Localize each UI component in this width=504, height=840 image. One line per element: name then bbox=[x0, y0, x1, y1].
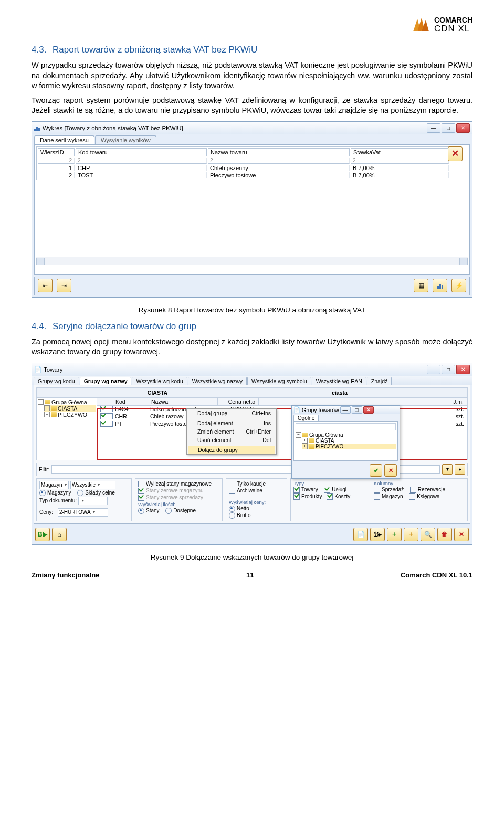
chk-produkty[interactable] bbox=[293, 494, 300, 500]
context-menu: Dodaj grupęCtrl+Ins Dodaj elementIns Zmi… bbox=[186, 408, 277, 455]
menu-dodaj-grupe[interactable]: Dodaj grupęCtrl+Ins bbox=[187, 409, 276, 417]
minimize-button[interactable]: — bbox=[427, 123, 440, 133]
tab-wysylanie[interactable]: Wysyłanie wyników bbox=[95, 135, 156, 144]
logo-product: CDN XL bbox=[434, 24, 472, 34]
radio-dostepne[interactable] bbox=[165, 508, 172, 514]
chk-koszty[interactable] bbox=[327, 494, 333, 500]
tab-wsz-kod[interactable]: Wszystkie wg kodu bbox=[132, 377, 187, 385]
close-button[interactable]: ✕ bbox=[456, 365, 470, 374]
heading-4-4: 4.4.Seryjne dołączanie towarów do grup bbox=[32, 321, 472, 332]
table-row[interactable]: 1 CHP Chleb pszenny B 7,00% bbox=[38, 165, 449, 171]
tab-wsz-ean[interactable]: Wszystkie wg EAN bbox=[312, 377, 366, 385]
logo-brand: COMARCH bbox=[434, 16, 472, 24]
menu-usun-element[interactable]: Usuń elementDel bbox=[187, 436, 276, 444]
group-tree[interactable]: −Grupa Główna +CIASTA +PIECZYWO bbox=[37, 398, 97, 460]
tab-wsz-symbol[interactable]: Wszystkie wg symbolu bbox=[247, 377, 311, 385]
last-page-button[interactable]: ⇥ bbox=[57, 279, 71, 292]
tab-grupy-kod[interactable]: Grupy wg kodu bbox=[34, 377, 79, 385]
radio-sklady[interactable] bbox=[77, 490, 83, 496]
filter-apply-button[interactable]: ▸ bbox=[455, 464, 465, 475]
col-jm[interactable]: J.m. bbox=[259, 398, 467, 405]
filter-builder-button[interactable]: ▾ bbox=[442, 464, 453, 475]
magazyn-value[interactable]: Wszystkie bbox=[70, 481, 116, 489]
tab-znajdz[interactable]: Znajdź bbox=[367, 377, 392, 385]
col-kod[interactable]: Kod towaru bbox=[76, 148, 207, 156]
col-stawka[interactable]: StawkaVat bbox=[351, 148, 449, 156]
menu-dodaj-element[interactable]: Dodaj elementIns bbox=[187, 419, 276, 427]
chk-kaucje[interactable] bbox=[229, 481, 235, 487]
figure-caption-8: Rysunek 8 Raport towarów bez symbolu PKW… bbox=[32, 306, 472, 314]
footer-page: 11 bbox=[246, 571, 254, 579]
radio-brutto[interactable] bbox=[229, 512, 235, 519]
tab-wsz-nazwy[interactable]: Wszystkie wg nazwy bbox=[188, 377, 247, 385]
figure-caption-9: Rysunek 9 Dołączanie wskazanych towarów … bbox=[32, 553, 472, 561]
radio-netto[interactable] bbox=[229, 506, 235, 512]
export-button[interactable]: ▦ bbox=[414, 279, 428, 292]
new-card-button[interactable]: 📄 bbox=[353, 528, 368, 541]
chk-magazyn[interactable] bbox=[374, 494, 380, 500]
menu-dolacz-do-grupy[interactable]: Dołącz do grupy bbox=[188, 446, 275, 454]
window-grupy-towarow: 📄 Grupy towarów — □ ✕ Ogólne −Grupa Głów… bbox=[291, 405, 400, 479]
first-page-button[interactable]: ⇤ bbox=[38, 279, 52, 292]
delete-button[interactable]: 🗑 bbox=[437, 528, 452, 541]
find-button[interactable]: 🔍 bbox=[421, 528, 435, 541]
magazyn-label[interactable]: Magazyn bbox=[39, 481, 69, 489]
close-button[interactable]: ✕ bbox=[363, 406, 374, 414]
group-button[interactable]: ⌂ bbox=[52, 528, 67, 541]
maximize-button[interactable]: □ bbox=[352, 406, 362, 414]
col-cena[interactable]: Cena netto bbox=[218, 398, 259, 405]
maximize-button[interactable]: □ bbox=[442, 365, 455, 374]
minimize-button[interactable]: — bbox=[427, 365, 440, 374]
chk-ksiegowa[interactable] bbox=[409, 494, 415, 500]
subwin-tree[interactable]: −Grupa Główna +CIASTA +PIECZYWO bbox=[293, 421, 398, 461]
footer-right: Comarch CDN XL 10.1 bbox=[401, 571, 472, 579]
table-row[interactable]: 2 TOST Pieczywo tostowe B 7,00% bbox=[38, 172, 449, 178]
tab-dane-serii[interactable]: Dane serii wykresu bbox=[34, 135, 94, 144]
ok-button[interactable]: ✔ bbox=[370, 464, 382, 477]
tab-grupy-nazwy[interactable]: Grupy wg nazwy bbox=[80, 377, 132, 385]
horizontal-scrollbar[interactable] bbox=[36, 257, 468, 265]
add-button[interactable]: ＋ bbox=[387, 528, 402, 541]
list-item[interactable]: CHRChleb razowy0,00 PLNszt. bbox=[97, 413, 467, 421]
col-nazwa[interactable]: Nazwa bbox=[148, 398, 218, 405]
col-kod[interactable]: Kod bbox=[112, 398, 148, 405]
add-sub-button[interactable]: ＋ bbox=[404, 528, 418, 541]
close-button[interactable]: ✕ bbox=[456, 123, 470, 133]
list-item[interactable]: PTPieczywo tostoweszt. bbox=[97, 421, 467, 428]
col-wierszid[interactable]: WierszID bbox=[38, 148, 75, 156]
col-nazwa[interactable]: Nazwa towaru bbox=[208, 148, 350, 156]
window-towary: 📄 Towary — □ ✕ Grupy wg kodu Grupy wg na… bbox=[32, 363, 472, 545]
window-wykres: Wykres [Towary z obniżoną stawką VAT bez… bbox=[32, 121, 472, 298]
result-grid[interactable]: WierszID Kod towaru Nazwa towaru StawkaV… bbox=[36, 146, 450, 180]
delete-button[interactable]: ✕ bbox=[448, 146, 463, 161]
minimize-button[interactable]: — bbox=[340, 406, 351, 414]
window-title: Wykres [Towary z obniżoną stawką VAT bez… bbox=[43, 125, 183, 131]
refresh-button[interactable]: ⚡ bbox=[452, 279, 466, 292]
maximize-button[interactable]: □ bbox=[442, 123, 455, 133]
radio-magazyny[interactable] bbox=[39, 490, 46, 496]
menu-zmien-element[interactable]: Zmień elementCtrl+Enter bbox=[187, 427, 276, 436]
chart-button[interactable] bbox=[433, 279, 447, 292]
chk-rezerwacje[interactable] bbox=[410, 487, 416, 493]
form-icon: 📄 bbox=[293, 406, 300, 413]
para-43-2: Tworząc raport system porównuje podstawo… bbox=[32, 96, 472, 116]
logo-icon bbox=[411, 16, 430, 35]
close-action-button[interactable]: ✕ bbox=[454, 528, 469, 541]
ceny-combo[interactable]: 2-HURTOWA bbox=[58, 508, 108, 517]
chart-button[interactable]: BI▸ bbox=[35, 528, 50, 541]
top-rule bbox=[32, 37, 472, 37]
folder-icon bbox=[51, 406, 57, 411]
group-code-label: CIASTA bbox=[102, 389, 213, 396]
typdok-combo[interactable] bbox=[78, 497, 108, 505]
chk-sprzedaz[interactable] bbox=[374, 487, 380, 493]
heading-4-3: 4.3.Raport towarów z obniżoną stawką VAT… bbox=[32, 45, 472, 55]
options-kaucje: Tylko kaucje Archiwalne Wyświetlaj ceny:… bbox=[226, 478, 287, 521]
filter-label: Filtr: bbox=[39, 466, 49, 472]
cancel-button[interactable]: ✕ bbox=[384, 464, 397, 477]
radio-stany[interactable] bbox=[138, 508, 144, 514]
list-item[interactable]: B4X4Bułka pełnoziarnista0,00 PLNszt. bbox=[97, 406, 467, 413]
detail-button[interactable]: ℬ▸ bbox=[370, 528, 385, 541]
chk-archiwalne[interactable] bbox=[229, 488, 235, 494]
tab-ogolne[interactable]: Ogólne bbox=[293, 415, 319, 421]
chk-zerowe-sprz[interactable] bbox=[138, 495, 144, 501]
